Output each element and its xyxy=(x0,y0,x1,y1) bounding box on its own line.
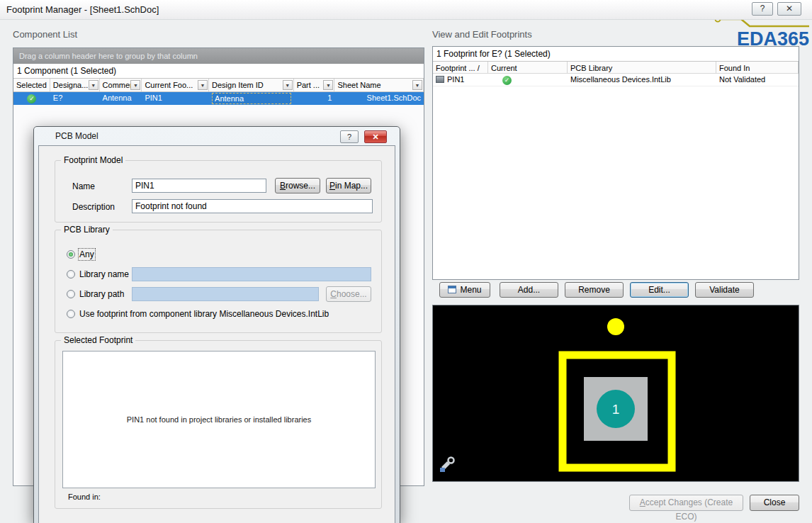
column-label: Selected xyxy=(16,81,47,89)
component-list-header: Selected Designa...▼ Comment▼ Current Fo… xyxy=(13,79,424,92)
component-row[interactable]: ✓ E? Antenna PIN1 Antenna 1 Sheet1.SchDo… xyxy=(13,92,424,105)
remove-button[interactable]: Remove xyxy=(565,282,624,298)
column-header-sheet-name[interactable]: Sheet Name▼ xyxy=(334,79,424,91)
preview-tools-icon[interactable] xyxy=(440,458,454,473)
column-header-found-in[interactable]: Found In xyxy=(716,62,799,73)
radio-library-path-label[interactable]: Library path xyxy=(79,289,124,299)
found-in-cell[interactable]: Not Validated xyxy=(716,74,799,86)
radio-library-path[interactable] xyxy=(67,290,75,298)
window-title: Footprint Manager - [Sheet1.SchDoc] xyxy=(6,4,159,15)
footprint-name: PIN1 xyxy=(447,75,464,84)
name-input[interactable] xyxy=(132,179,266,193)
column-label: Sheet Name xyxy=(337,81,380,89)
sort-indicator-icon: / xyxy=(478,64,480,72)
window-help-button[interactable]: ? xyxy=(752,2,773,16)
footprint-preview[interactable]: 1 xyxy=(432,305,799,482)
pcb-model-dialog-body: Footprint Model Name Browse... Pin Map..… xyxy=(38,145,395,523)
description-label: Description xyxy=(72,202,115,212)
column-label: Design Item ID xyxy=(212,81,264,89)
column-filter-dropdown-icon[interactable]: ▼ xyxy=(130,80,140,90)
preview-pad-number: 1 xyxy=(612,402,620,417)
column-label: Current Foo... xyxy=(145,81,193,89)
pcb-model-dialog-title: PCB Model xyxy=(55,131,98,141)
footprint-model-group: Footprint Model Name Browse... Pin Map..… xyxy=(55,160,382,223)
menu-icon xyxy=(448,286,456,293)
component-list-title: Component List xyxy=(13,29,77,40)
column-label: Footprint ... xyxy=(436,64,475,72)
column-filter-dropdown-icon[interactable]: ▼ xyxy=(323,80,333,90)
selected-cell[interactable]: ✓ xyxy=(13,92,50,105)
column-filter-dropdown-icon[interactable]: ▼ xyxy=(412,80,422,90)
design-item-id-cell[interactable]: Antenna xyxy=(209,92,294,105)
dialog-close-button[interactable]: ✕ xyxy=(364,130,387,143)
column-label: Found In xyxy=(719,64,750,72)
column-header-comment[interactable]: Comment▼ xyxy=(100,79,142,91)
radio-any-label[interactable]: Any xyxy=(79,249,94,259)
footprint-model-legend: Footprint Model xyxy=(61,155,125,165)
current-cell[interactable]: ✓ xyxy=(488,74,568,86)
column-header-footprint[interactable]: Footprint ... / xyxy=(433,62,488,73)
designator-cell[interactable]: E? xyxy=(50,92,100,105)
component-summary: 1 Component (1 Selected) xyxy=(13,64,424,79)
column-header-part[interactable]: Part ...▼ xyxy=(294,79,335,91)
column-header-selected[interactable]: Selected xyxy=(13,79,50,91)
radio-library-name[interactable] xyxy=(67,270,75,279)
column-label: Current xyxy=(491,64,517,72)
selected-check-icon: ✓ xyxy=(27,94,36,103)
choose-button[interactable]: Choose... xyxy=(326,286,371,302)
column-header-design-item-id[interactable]: Design Item ID▼ xyxy=(209,79,294,91)
part-cell[interactable]: 1 xyxy=(294,92,335,105)
radio-any[interactable] xyxy=(67,250,75,259)
column-label: Part ... xyxy=(297,81,320,89)
radio-component-library-label[interactable]: Use footprint from component library Mis… xyxy=(79,309,329,319)
design-item-id-editor[interactable]: Antenna xyxy=(212,93,291,104)
pcb-library-group: PCB Library Any Library name Library pat… xyxy=(55,230,382,333)
column-filter-dropdown-icon[interactable]: ▼ xyxy=(198,80,208,90)
selected-footprint-group: Selected Footprint PIN1 not found in pro… xyxy=(55,340,382,509)
accept-changes-button[interactable]: Accept Changes (Create ECO) xyxy=(629,495,743,511)
radio-library-name-label[interactable]: Library name xyxy=(79,269,129,279)
column-label: Designa... xyxy=(53,81,89,89)
column-filter-dropdown-icon[interactable]: ▼ xyxy=(89,80,98,90)
groupby-bar[interactable]: Drag a column header here to group by th… xyxy=(13,48,424,64)
found-in-label: Found in: xyxy=(68,493,101,501)
dialog-help-button[interactable]: ? xyxy=(340,130,359,143)
pcb-library-legend: PCB Library xyxy=(61,225,113,235)
menu-button-label: Menu xyxy=(460,285,481,295)
current-check-icon: ✓ xyxy=(502,76,512,85)
footprint-icon xyxy=(436,76,444,83)
sheet-name-cell[interactable]: Sheet1.SchDoc xyxy=(334,92,424,105)
logo-trace-icon xyxy=(721,19,809,26)
pcb-library-cell[interactable]: Miscellaneous Devices.IntLib xyxy=(568,74,716,86)
footprint-grid-header: Footprint ... / Current PCB Library Foun… xyxy=(433,62,799,74)
footprint-panel-title: View and Edit Footprints xyxy=(432,29,532,40)
selected-footprint-viewer: PIN1 not found in project libraries or i… xyxy=(62,351,376,488)
column-header-current[interactable]: Current xyxy=(488,62,568,73)
validate-button[interactable]: Validate xyxy=(695,282,754,298)
footprint-row[interactable]: PIN1 ✓ Miscellaneous Devices.IntLib Not … xyxy=(433,74,799,86)
window-titlebar: Footprint Manager - [Sheet1.SchDoc] xyxy=(0,0,812,20)
close-button[interactable]: Close xyxy=(750,495,799,511)
column-filter-dropdown-icon[interactable]: ▼ xyxy=(283,80,293,90)
add-button[interactable]: Add... xyxy=(500,282,558,298)
comment-cell[interactable]: Antenna xyxy=(100,92,142,105)
window-close-button[interactable]: ✕ xyxy=(777,2,801,16)
name-label: Name xyxy=(72,181,95,191)
footprint-name-cell[interactable]: PIN1 xyxy=(433,74,488,86)
edit-button[interactable]: Edit... xyxy=(630,282,689,298)
column-header-pcb-library[interactable]: PCB Library xyxy=(568,62,716,73)
description-input[interactable] xyxy=(132,199,373,213)
preview-top-pad xyxy=(607,318,624,335)
selected-footprint-legend: Selected Footprint xyxy=(61,335,135,345)
column-label: PCB Library xyxy=(570,64,612,72)
footprint-grid: 1 Footprint for E? (1 Selected) Footprin… xyxy=(432,46,799,280)
library-path-input xyxy=(132,287,319,301)
pin-map-button[interactable]: Pin Map... xyxy=(326,178,371,193)
pcb-model-dialog: PCB Model ? ✕ Footprint Model Name Brows… xyxy=(33,126,400,523)
current-footprint-cell[interactable]: PIN1 xyxy=(142,92,209,105)
menu-button[interactable]: Menu xyxy=(439,282,490,298)
browse-button[interactable]: Browse... xyxy=(275,178,320,193)
radio-component-library[interactable] xyxy=(67,310,75,318)
column-header-designator[interactable]: Designa...▼ xyxy=(50,79,100,91)
column-header-current-footprint[interactable]: Current Foo...▼ xyxy=(142,79,209,91)
